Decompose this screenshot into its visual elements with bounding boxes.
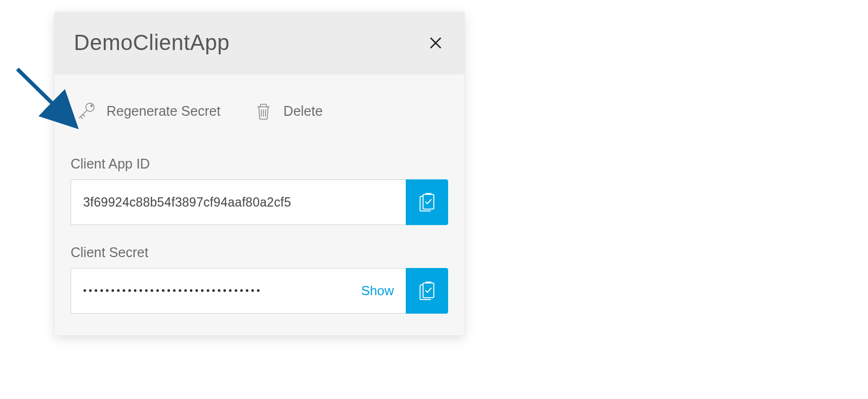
show-secret-button[interactable]: Show — [361, 283, 394, 298]
panel-header: DemoClientApp — [54, 12, 464, 74]
svg-rect-11 — [423, 283, 434, 298]
client-secret-group: Client Secret ••••••••••••••••••••••••••… — [71, 245, 448, 314]
svg-point-3 — [91, 105, 92, 107]
delete-label: Delete — [284, 103, 323, 119]
svg-line-5 — [81, 116, 83, 119]
client-app-id-field[interactable]: 3f69924c88b54f3897cf94aaf80a2cf5 — [71, 179, 406, 225]
clipboard-check-icon — [417, 191, 437, 213]
panel-title: DemoClientApp — [74, 30, 230, 55]
close-button[interactable] — [426, 34, 445, 52]
regenerate-secret-button[interactable]: Regenerate Secret — [76, 101, 221, 121]
close-icon — [428, 35, 443, 51]
client-app-panel: DemoClientApp Regenerate Secret — [54, 12, 464, 335]
svg-rect-10 — [423, 195, 434, 209]
action-row: Regenerate Secret Delete — [71, 91, 448, 136]
client-secret-label: Client Secret — [71, 245, 448, 260]
svg-point-2 — [86, 103, 94, 111]
panel-body: Regenerate Secret Delete Client App ID 3… — [54, 74, 464, 335]
svg-line-6 — [83, 115, 85, 117]
regenerate-secret-label: Regenerate Secret — [106, 103, 221, 119]
client-app-id-row: 3f69924c88b54f3897cf94aaf80a2cf5 — [71, 179, 448, 225]
clipboard-check-icon — [417, 280, 437, 302]
client-secret-value: •••••••••••••••••••••••••••••••• — [83, 285, 262, 297]
copy-client-app-id-button[interactable] — [406, 179, 448, 225]
client-app-id-group: Client App ID 3f69924c88b54f3897cf94aaf8… — [71, 156, 448, 225]
trash-icon — [253, 101, 274, 121]
client-app-id-label: Client App ID — [71, 156, 448, 172]
client-app-id-value: 3f69924c88b54f3897cf94aaf80a2cf5 — [83, 195, 291, 210]
copy-client-secret-button[interactable] — [406, 268, 448, 314]
delete-button[interactable]: Delete — [253, 101, 323, 121]
key-icon — [76, 101, 97, 121]
client-secret-field[interactable]: •••••••••••••••••••••••••••••••• Show — [71, 268, 406, 314]
client-secret-row: •••••••••••••••••••••••••••••••• Show — [71, 268, 448, 314]
